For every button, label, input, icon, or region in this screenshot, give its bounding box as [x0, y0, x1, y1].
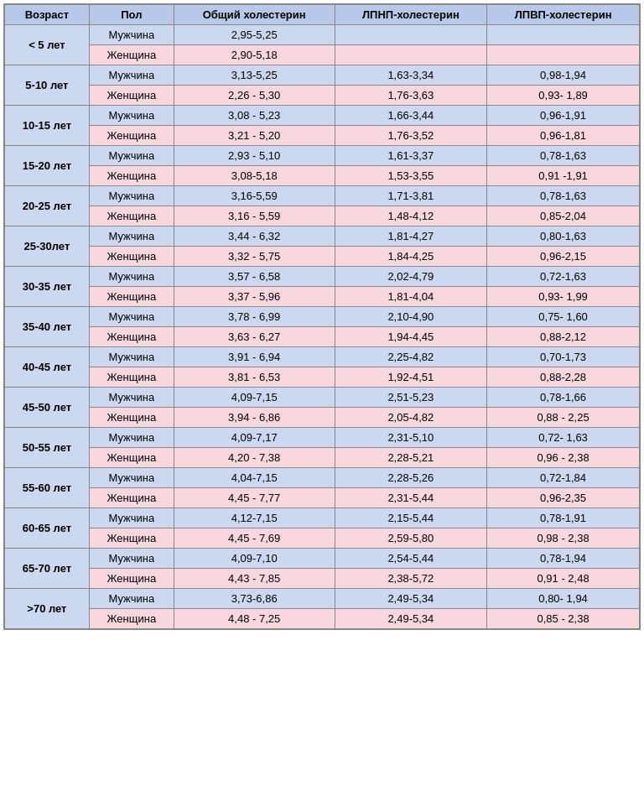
age-cell: 60-65 лет [4, 508, 89, 549]
table-row: Женщина2,26 - 5,301,76-3,630,93- 1,89 [4, 86, 640, 106]
total-cell: 3,44 - 6,32 [174, 226, 335, 247]
total-cell: 3,16-5,59 [174, 186, 335, 206]
gender-cell: Женщина [89, 86, 174, 106]
ldl-cell: 1,76-3,63 [335, 86, 487, 106]
table-row: 25-30летМужчина3,44 - 6,321,81-4,270,80-… [4, 226, 640, 247]
hdl-cell: 0,85-2,04 [487, 206, 640, 226]
ldl-cell: 1,53-3,55 [335, 166, 487, 186]
gender-cell: Мужчина [89, 468, 174, 488]
total-cell: 2,90-5,18 [174, 45, 335, 65]
hdl-cell: 0,75- 1,60 [487, 307, 640, 327]
ldl-cell: 2,05-4,82 [335, 408, 487, 428]
age-cell: 50-55 лет [4, 428, 89, 468]
gender-cell: Мужчина [89, 347, 174, 367]
table-row: Женщина3,08-5,181,53-3,550,91 -1,91 [4, 166, 640, 186]
age-cell: 5-10 лет [4, 65, 89, 106]
ldl-cell: 1,76-3,52 [335, 126, 487, 146]
table-row: 35-40 летМужчина3,78 - 6,992,10-4,900,75… [4, 307, 640, 327]
hdl-cell: 0,98 - 2,38 [487, 528, 640, 549]
column-header: Возраст [4, 4, 89, 25]
age-cell: 25-30лет [4, 226, 89, 267]
total-cell: 3,73-6,86 [174, 589, 335, 609]
ldl-cell: 1,84-4,25 [335, 247, 487, 267]
age-cell: 10-15 лет [4, 106, 89, 146]
hdl-cell: 0,91 - 2,48 [487, 569, 640, 589]
gender-cell: Женщина [89, 609, 174, 630]
hdl-cell: 0,88-2,12 [487, 327, 640, 347]
ldl-cell: 1,81-4,04 [335, 287, 487, 307]
gender-cell: Женщина [89, 408, 174, 428]
table-row: 40-45 летМужчина3,91 - 6,942,25-4,820,70… [4, 347, 640, 367]
age-cell: 40-45 лет [4, 347, 89, 388]
total-cell: 4,45 - 7,77 [174, 488, 335, 508]
ldl-cell: 2,38-5,72 [335, 569, 487, 589]
table-row: Женщина4,20 - 7,382,28-5,210,96 - 2,38 [4, 448, 640, 468]
table-row: >70 летМужчина3,73-6,862,49-5,340,80- 1,… [4, 589, 640, 609]
hdl-cell: 0,88-2,28 [487, 367, 640, 388]
hdl-cell: 0,78-1,66 [487, 388, 640, 408]
total-cell: 3,21 - 5,20 [174, 126, 335, 146]
total-cell: 4,09-7,15 [174, 388, 335, 408]
cholesterol-table: ВозрастПолОбщий холестеринЛПНП-холестери… [3, 3, 641, 630]
total-cell: 4,12-7,15 [174, 508, 335, 528]
table-row: 45-50 летМужчина4,09-7,152,51-5,230,78-1… [4, 388, 640, 408]
table-row: Женщина2,90-5,18 [4, 45, 640, 65]
hdl-cell: 0,85 - 2,38 [487, 609, 640, 630]
table-row: Женщина3,63 - 6,271,94-4,450,88-2,12 [4, 327, 640, 347]
total-cell: 3,13-5,25 [174, 65, 335, 86]
gender-cell: Мужчина [89, 106, 174, 126]
hdl-cell: 0,88 - 2,25 [487, 408, 640, 428]
total-cell: 3,81 - 6,53 [174, 367, 335, 388]
gender-cell: Женщина [89, 206, 174, 226]
hdl-cell: 0,78-1,63 [487, 146, 640, 166]
ldl-cell: 1,92-4,51 [335, 367, 487, 388]
table-row: Женщина4,48 - 7,252,49-5,340,85 - 2,38 [4, 609, 640, 630]
age-cell: < 5 лет [4, 25, 89, 65]
age-cell: 35-40 лет [4, 307, 89, 347]
total-cell: 3,08 - 5,23 [174, 106, 335, 126]
age-cell: 65-70 лет [4, 549, 89, 589]
age-cell: >70 лет [4, 589, 89, 630]
ldl-cell: 2,51-5,23 [335, 388, 487, 408]
ldl-cell: 2,31-5,44 [335, 488, 487, 508]
ldl-cell: 2,31-5,10 [335, 428, 487, 448]
total-cell: 4,48 - 7,25 [174, 609, 335, 630]
table-row: Женщина4,43 - 7,852,38-5,720,91 - 2,48 [4, 569, 640, 589]
column-header: ЛПНП-холестерин [335, 4, 487, 25]
table-row: Женщина3,37 - 5,961,81-4,040,93- 1,99 [4, 287, 640, 307]
gender-cell: Мужчина [89, 65, 174, 86]
ldl-cell: 2,59-5,80 [335, 528, 487, 549]
gender-cell: Женщина [89, 287, 174, 307]
table-row: Женщина3,16 - 5,591,48-4,120,85-2,04 [4, 206, 640, 226]
gender-cell: Женщина [89, 45, 174, 65]
ldl-cell: 1,81-4,27 [335, 226, 487, 247]
total-cell: 3,57 - 6,58 [174, 267, 335, 287]
table-row: 60-65 летМужчина4,12-7,152,15-5,440,78-1… [4, 508, 640, 528]
total-cell: 4,45 - 7,69 [174, 528, 335, 549]
column-header: Пол [89, 4, 174, 25]
hdl-cell: 0,96-2,35 [487, 488, 640, 508]
total-cell: 3,63 - 6,27 [174, 327, 335, 347]
gender-cell: Мужчина [89, 25, 174, 45]
gender-cell: Женщина [89, 488, 174, 508]
gender-cell: Мужчина [89, 146, 174, 166]
hdl-cell: 0,72-1,84 [487, 468, 640, 488]
hdl-cell: 0,96-1,91 [487, 106, 640, 126]
ldl-cell: 2,10-4,90 [335, 307, 487, 327]
total-cell: 3,16 - 5,59 [174, 206, 335, 226]
ldl-cell [335, 45, 487, 65]
table-row: 50-55 летМужчина4,09-7,172,31-5,100,72- … [4, 428, 640, 448]
table-row: Женщина3,94 - 6,862,05-4,820,88 - 2,25 [4, 408, 640, 428]
ldl-cell: 2,25-4,82 [335, 347, 487, 367]
total-cell: 3,32 - 5,75 [174, 247, 335, 267]
total-cell: 4,09-7,10 [174, 549, 335, 569]
total-cell: 3,78 - 6,99 [174, 307, 335, 327]
column-header: Общий холестерин [174, 4, 335, 25]
hdl-cell: 0,98-1,94 [487, 65, 640, 86]
ldl-cell: 1,48-4,12 [335, 206, 487, 226]
hdl-cell: 0,78-1,91 [487, 508, 640, 528]
gender-cell: Женщина [89, 569, 174, 589]
hdl-cell: 0,72- 1,63 [487, 428, 640, 448]
hdl-cell: 0,72-1,63 [487, 267, 640, 287]
table-row: 5-10 летМужчина3,13-5,251,63-3,340,98-1,… [4, 65, 640, 86]
